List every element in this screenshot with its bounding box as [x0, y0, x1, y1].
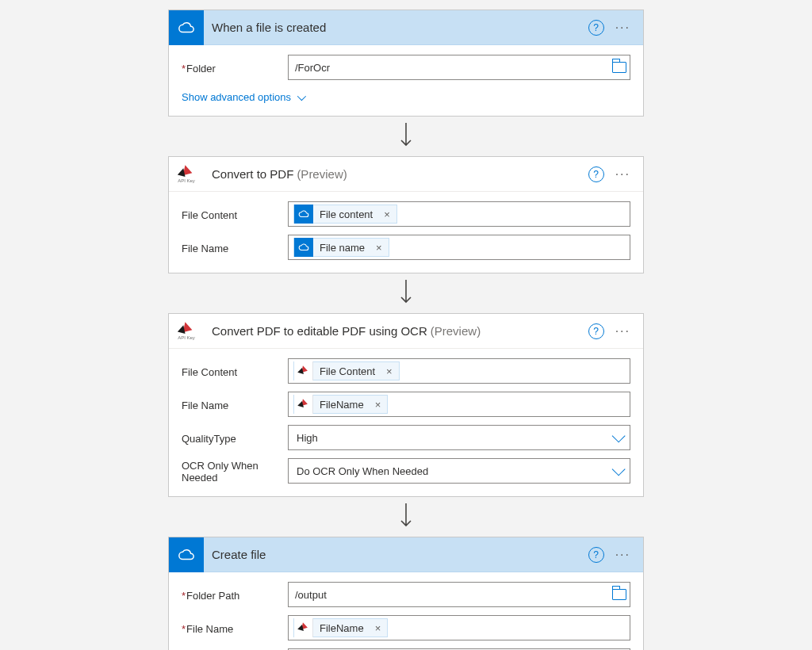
step-title: When a file is created: [212, 21, 326, 34]
quality-type-select[interactable]: High: [288, 425, 630, 450]
param-label: *Folder Path: [182, 588, 277, 602]
step-title: Convert to PDF: [212, 167, 293, 181]
ocr-when-needed-select[interactable]: Do OCR Only When Needed: [288, 458, 630, 484]
token-remove-icon[interactable]: ×: [380, 365, 399, 377]
dynamic-content-input[interactable]: FileName ×: [288, 392, 630, 417]
folder-picker-icon[interactable]: [612, 589, 626, 600]
onedrive-icon: [169, 10, 204, 45]
folder-input[interactable]: /ForOcr: [288, 55, 630, 80]
param-label: OCR Only When Needed: [182, 458, 277, 484]
dynamic-content-token[interactable]: FileName ×: [293, 395, 388, 414]
param-label: File Name: [182, 241, 277, 254]
apikey-connector-icon: [294, 618, 313, 637]
chevron-down-icon: [297, 91, 306, 100]
help-icon[interactable]: ?: [588, 20, 604, 36]
connector-arrow: [168, 273, 644, 313]
folder-picker-icon[interactable]: [612, 62, 626, 73]
dynamic-content-input[interactable]: File name ×: [288, 235, 630, 260]
more-menu-button[interactable]: ···: [612, 551, 634, 559]
more-menu-button[interactable]: ···: [612, 327, 634, 335]
step-create-file-card: Create file ? ··· *Folder Path /output *…: [168, 537, 644, 650]
step-ocr-card: API Key Convert PDF to editable PDF usin…: [168, 313, 644, 497]
token-remove-icon[interactable]: ×: [369, 622, 388, 634]
param-label: *File Name: [182, 621, 277, 635]
flow-designer-canvas: When a file is created ? ··· *Folder /Fo…: [168, 10, 644, 650]
show-advanced-options-link[interactable]: Show advanced options: [182, 88, 630, 103]
connector-arrow: [168, 117, 644, 156]
param-label: File Content: [182, 208, 277, 221]
connector-arrow: [168, 497, 644, 537]
onedrive-icon: [294, 238, 313, 257]
step-title: Convert PDF to editable PDF using OCR: [212, 324, 427, 338]
param-label: File Name: [182, 398, 277, 411]
step-header[interactable]: When a file is created ? ···: [169, 10, 643, 45]
step-trigger-card: When a file is created ? ··· *Folder /Fo…: [168, 10, 644, 117]
step-header[interactable]: API Key Convert PDF to editable PDF usin…: [169, 314, 643, 349]
help-icon[interactable]: ?: [588, 547, 604, 563]
apikey-connector-icon: API Key: [169, 157, 204, 192]
onedrive-icon: [169, 537, 204, 572]
help-icon[interactable]: ?: [588, 323, 604, 339]
param-label: File Content: [182, 365, 277, 378]
chevron-down-icon: [612, 429, 626, 442]
step-header[interactable]: API Key Convert to PDF (Preview) ? ···: [169, 157, 643, 192]
apikey-connector-icon: API Key: [169, 314, 204, 349]
more-menu-button[interactable]: ···: [612, 24, 634, 32]
step-header[interactable]: Create file ? ···: [169, 537, 643, 572]
dynamic-content-input[interactable]: File content ×: [288, 201, 630, 227]
token-remove-icon[interactable]: ×: [369, 399, 388, 411]
preview-tag: (Preview): [297, 167, 347, 181]
param-label: QualityType: [182, 431, 277, 445]
dynamic-content-token[interactable]: File Content ×: [293, 361, 400, 380]
dynamic-content-input[interactable]: FileName ×: [288, 615, 630, 640]
apikey-connector-icon: [294, 361, 313, 380]
dynamic-content-token[interactable]: File content ×: [293, 205, 397, 224]
dynamic-content-token[interactable]: File name ×: [293, 238, 389, 257]
preview-tag: (Preview): [431, 324, 481, 338]
onedrive-icon: [294, 205, 313, 224]
dynamic-content-input[interactable]: File Content ×: [288, 358, 630, 384]
chevron-down-icon: [612, 462, 626, 476]
folder-path-input[interactable]: /output: [288, 582, 630, 607]
more-menu-button[interactable]: ···: [612, 170, 634, 178]
help-icon[interactable]: ?: [588, 166, 604, 182]
token-remove-icon[interactable]: ×: [370, 242, 389, 254]
step-title: Create file: [212, 548, 266, 561]
dynamic-content-token[interactable]: FileName ×: [293, 618, 388, 637]
token-remove-icon[interactable]: ×: [377, 208, 396, 220]
step-convert-pdf-card: API Key Convert to PDF (Preview) ? ··· F…: [168, 156, 644, 273]
apikey-connector-icon: [294, 395, 313, 414]
param-label: *Folder: [182, 61, 277, 75]
